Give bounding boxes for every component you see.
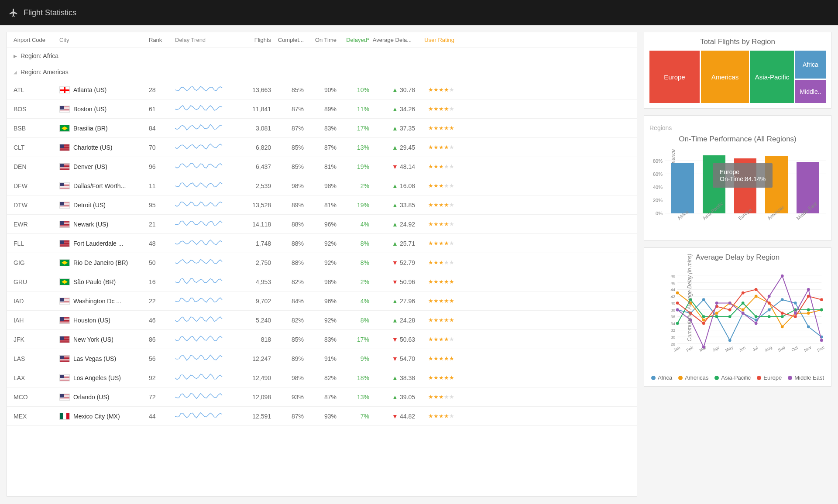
chart-point[interactable] <box>820 298 823 301</box>
chart-point[interactable] <box>728 315 732 318</box>
chart-point[interactable] <box>742 291 745 295</box>
chart-point[interactable] <box>676 302 679 305</box>
chart-point[interactable] <box>781 298 784 301</box>
col-header[interactable]: City <box>59 37 149 43</box>
legend-item[interactable]: Americas <box>678 374 708 381</box>
legend-item[interactable]: Africa <box>651 374 672 381</box>
chart-point[interactable] <box>768 295 771 298</box>
table-row[interactable]: ATL Atlanta (US) 28 13,663 85% 90% 10% ▲… <box>7 80 637 99</box>
cell-rank: 22 <box>149 298 175 305</box>
data-grid[interactable]: Airport Code City Rank Delay Trend Fligh… <box>7 32 637 497</box>
chart-point[interactable] <box>781 325 784 328</box>
table-row[interactable]: JFK New York (US) 86 818 85% 83% 17% ▼ 5… <box>7 330 637 349</box>
col-header[interactable]: Delay Trend <box>175 37 236 43</box>
cell-rank: 21 <box>149 221 175 228</box>
chart-point[interactable] <box>676 291 679 295</box>
table-row[interactable]: EWR Newark (US) 21 14,118 88% 96% 4% ▲ 2… <box>7 215 637 234</box>
bar-chart[interactable]: On-Time Performance 0%20%40%60%80% Europ… <box>649 148 826 235</box>
chart-point[interactable] <box>728 309 732 312</box>
chart-point[interactable] <box>755 295 758 298</box>
table-row[interactable]: LAS Las Vegas (US) 56 12,247 89% 91% 9% … <box>7 349 637 368</box>
chart-point[interactable] <box>820 309 823 312</box>
legend-item[interactable]: Middle East <box>788 374 824 381</box>
treemap-cell[interactable]: Americas <box>701 51 749 103</box>
chart-point[interactable] <box>807 288 810 291</box>
table-row[interactable]: LAX Los Angeles (US) 92 12,490 98% 82% 1… <box>7 368 637 387</box>
chart-point[interactable] <box>794 315 797 318</box>
chart-point[interactable] <box>755 322 758 325</box>
cell-delayed: 8% <box>337 317 369 324</box>
chart-point[interactable] <box>768 302 771 305</box>
treemap-cell[interactable]: Europe <box>649 51 700 103</box>
chart-point[interactable] <box>715 302 718 305</box>
cell-avg-delay: ▲ 33.85 <box>369 202 415 209</box>
table-row[interactable]: GIG Rio De Janeiro (BR) 50 2,750 88% 92%… <box>7 253 637 272</box>
col-header[interactable]: Airport Code <box>14 37 59 43</box>
line-chart[interactable]: Cummulative Average Delay (in mins) 2830… <box>649 266 826 371</box>
chart-point[interactable] <box>755 315 758 318</box>
chart-point[interactable] <box>742 309 745 312</box>
table-row[interactable]: DEN Denver (US) 96 6,437 85% 81% 19% ▼ 4… <box>7 157 637 176</box>
chart-point[interactable] <box>702 319 705 322</box>
cell-delayed: 19% <box>337 202 369 209</box>
col-header[interactable]: Average Dela... <box>369 37 415 43</box>
table-row[interactable]: CLT Charlotte (US) 70 6,820 85% 87% 13% … <box>7 138 637 157</box>
col-header[interactable]: On Time <box>304 37 337 43</box>
table-row[interactable]: IAH Houston (US) 46 5,240 82% 92% 8% ▲ 2… <box>7 311 637 330</box>
legend-item[interactable]: Asia-Pacific <box>714 374 751 381</box>
col-header[interactable]: Flights <box>236 37 271 43</box>
chart-point[interactable] <box>768 309 771 312</box>
treemap-cell[interactable]: Asia-Pacific <box>750 51 794 103</box>
cell-code: CLT <box>14 144 59 151</box>
legend-item[interactable]: Europe <box>757 374 782 381</box>
chart-point[interactable] <box>702 346 705 349</box>
col-header[interactable]: Complet... <box>271 37 304 43</box>
table-row[interactable]: MCO Orlando (US) 72 12,098 93% 87% 13% ▲… <box>7 387 637 407</box>
chart-point[interactable] <box>715 312 718 315</box>
table-row[interactable]: DTW Detroit (US) 95 13,528 89% 81% 19% ▲… <box>7 195 637 215</box>
chart-point[interactable] <box>781 312 784 315</box>
table-row[interactable]: MEX Mexico City (MX) 44 12,591 87% 93% 7… <box>7 407 637 426</box>
col-header[interactable]: Delayed* <box>337 37 369 43</box>
chart-point[interactable] <box>715 315 718 318</box>
chart-point[interactable] <box>807 309 810 312</box>
chart-point[interactable] <box>702 322 705 325</box>
cell-ontime: 91% <box>304 355 337 362</box>
group-row-collapsed[interactable]: ▶ Region: Africa <box>7 48 637 64</box>
treemap[interactable]: EuropeAmericasAsia-PacificAfricaMiddle.. <box>649 51 826 103</box>
chart-point[interactable] <box>702 298 705 301</box>
treemap-cell[interactable]: Africa <box>795 51 826 79</box>
table-row[interactable]: BSB Brasilia (BR) 84 3,081 87% 83% 17% ▲… <box>7 119 637 138</box>
chart-point[interactable] <box>781 315 784 318</box>
chart-point[interactable] <box>781 274 784 278</box>
chart-point[interactable] <box>728 302 732 305</box>
table-row[interactable]: DFW Dallas/Fort Worth... 11 2,539 98% 98… <box>7 176 637 195</box>
table-row[interactable]: FLL Fort Lauderdale ... 48 1,748 88% 92%… <box>7 234 637 253</box>
col-header[interactable]: Rank <box>149 37 175 43</box>
chart-point[interactable] <box>728 339 732 342</box>
chart-point[interactable] <box>742 302 745 305</box>
chart-point[interactable] <box>820 339 823 342</box>
chart-point[interactable] <box>794 302 797 305</box>
chart-point[interactable] <box>807 295 810 298</box>
treemap-cell[interactable]: Middle.. <box>795 80 826 103</box>
cell-trend <box>175 181 236 191</box>
chart-point[interactable] <box>807 312 810 315</box>
chart-point[interactable] <box>702 315 705 318</box>
chart-point[interactable] <box>676 322 679 325</box>
cell-rank: 84 <box>149 125 175 132</box>
line-chart-title: Average Delay by Region <box>649 253 826 262</box>
table-row[interactable]: BOS Boston (US) 61 11,841 87% 89% 11% ▲ … <box>7 99 637 119</box>
chart-point[interactable] <box>755 288 758 291</box>
group-row-expanded[interactable]: ◢ Region: Americas <box>7 64 637 80</box>
chart-point[interactable] <box>768 315 771 318</box>
table-row[interactable]: IAD Washington Dc ... 22 9,702 84% 96% 4… <box>7 291 637 311</box>
chart-point[interactable] <box>742 312 745 315</box>
chart-bar[interactable] <box>671 163 694 214</box>
table-row[interactable]: GRU São Paulo (BR) 16 4,953 82% 98% 2% ▼… <box>7 272 637 291</box>
chart-point[interactable] <box>794 312 797 315</box>
chart-point[interactable] <box>676 309 679 312</box>
col-header[interactable]: User Rating <box>415 37 454 43</box>
cell-code: DEN <box>14 163 59 170</box>
chart-point[interactable] <box>807 325 810 328</box>
